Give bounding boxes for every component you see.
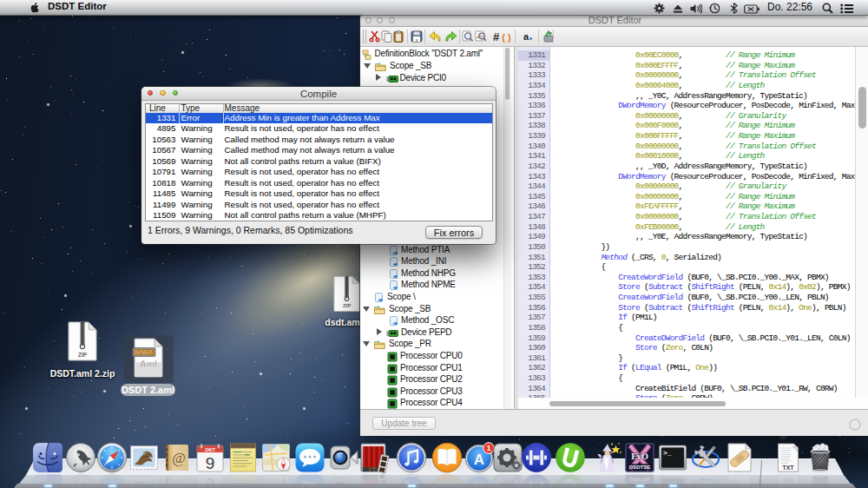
svg-text:#: #	[493, 30, 500, 43]
svg-text:ZIP: ZIP	[78, 352, 88, 358]
svg-text:a: a	[523, 31, 529, 42]
svg-text:DSDT: DSDT	[135, 348, 154, 356]
svg-text:x: x	[416, 37, 418, 43]
svg-text:( ): ( )	[502, 32, 511, 43]
svg-text:Aml: Aml	[140, 359, 157, 369]
svg-text:ZIP: ZIP	[343, 303, 351, 308]
